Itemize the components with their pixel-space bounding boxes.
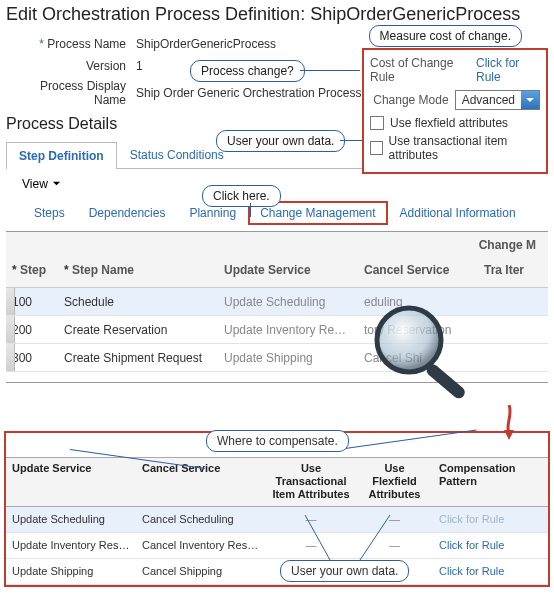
col-step: Step [6, 259, 58, 281]
cell-update: Update Scheduling [218, 295, 358, 309]
tab-step-definition[interactable]: Step Definition [6, 142, 117, 169]
change-settings-panel: Cost of Change Rule Click for Rule Chang… [362, 48, 548, 174]
col-update-service: Update Service [218, 259, 358, 281]
cm-cell-cancel: Cancel Scheduling [136, 513, 266, 525]
cm-cell-cancel: Cancel Inventory Reservation [136, 539, 266, 551]
cell-step: 100 [6, 295, 58, 309]
callout-own-data-2: User your own data. [280, 560, 409, 582]
subtab-additional-info[interactable]: Additional Information [388, 202, 528, 224]
cm-col-update: Update Service [6, 458, 136, 506]
process-name-label: Process Name [6, 37, 136, 51]
flexfield-label: Use flexfield attributes [390, 116, 508, 130]
grid-header: Step Step Name Update Service Cancel Ser… [6, 232, 548, 288]
chevron-down-icon [52, 177, 61, 191]
view-label: View [22, 177, 48, 191]
steps-grid: Change M Step Step Name Update Service C… [6, 231, 548, 383]
cm-comp-link[interactable]: Click for Rule [439, 565, 504, 577]
cell-name: Schedule [58, 295, 218, 309]
cost-change-rule-label: Cost of Change Rule [370, 56, 470, 84]
callout-own-data-1: User your own data. [216, 130, 345, 152]
callout-where: Where to compensate. [206, 430, 349, 452]
cm-cell-update: Update Inventory Reservation [6, 539, 136, 551]
svg-line-3 [360, 515, 390, 560]
cost-change-rule-link[interactable]: Click for Rule [476, 56, 540, 84]
cell-cancel: eduling [358, 295, 478, 309]
flexfield-checkbox[interactable] [370, 116, 384, 130]
callout-process-change: Process change? [190, 60, 305, 82]
cell-name: Create Reservation [58, 323, 218, 337]
cm-col-comp: Compensation Pattern [433, 458, 528, 506]
cm-col-flex: Use Flexfield Attributes [356, 458, 433, 506]
subtab-steps[interactable]: Steps [22, 202, 77, 224]
cm-header: Update Service Cancel Service Use Transa… [6, 458, 548, 507]
change-band-label: Change M [471, 234, 544, 256]
transactional-checkbox[interactable] [370, 141, 383, 155]
cell-update: Update Inventory Reservation [218, 323, 358, 337]
transactional-label: Use transactional item attributes [389, 134, 540, 162]
cm-cell-update: Update Shipping [6, 565, 136, 577]
display-name-label: Process Display Name [6, 79, 136, 107]
change-mode-value: Advanced [456, 91, 521, 109]
arrow-down-icon [499, 405, 519, 443]
cell-cancel: tory Reservation [358, 323, 478, 337]
change-mode-select[interactable]: Advanced [455, 90, 540, 110]
col-cancel-service: Cancel Service [358, 259, 478, 281]
col-step-name: Step Name [58, 259, 218, 281]
callout-click-here: Click here. [202, 185, 281, 207]
version-label: Version [6, 59, 136, 73]
table-row[interactable]: 100 Schedule Update Scheduling eduling [6, 288, 548, 316]
subtabs: Steps Dependencies Planning Change Manag… [22, 201, 548, 225]
cm-cell-update: Update Scheduling [6, 513, 136, 525]
subtab-dependencies[interactable]: Dependencies [77, 202, 178, 224]
svg-line-2 [305, 515, 330, 560]
col-trx: Tra Iter [478, 259, 538, 281]
version-value: 1 [136, 59, 143, 73]
cm-cell-cancel: Cancel Shipping [136, 565, 266, 577]
cm-col-cancel: Cancel Service [136, 458, 266, 506]
table-row[interactable]: 200 Create Reservation Update Inventory … [6, 316, 548, 344]
change-mode-label: Change Mode [373, 93, 448, 107]
cm-col-trx: Use Transactional Item Attributes [266, 458, 356, 506]
cell-name: Create Shipment Request [58, 351, 218, 365]
cell-step: 200 [6, 323, 58, 337]
view-menu[interactable]: View [22, 177, 61, 191]
process-name-value: ShipOrderGenericProcess [136, 37, 276, 51]
chevron-down-icon[interactable] [521, 91, 539, 109]
cm-comp-link[interactable]: Click for Rule [439, 513, 504, 525]
cell-step: 300 [6, 351, 58, 365]
callout-measure: Measure cost of change. [369, 25, 522, 47]
cm-comp-link[interactable]: Click for Rule [439, 539, 504, 551]
table-row[interactable]: 300 Create Shipment Request Update Shipp… [6, 344, 548, 372]
cell-update: Update Shipping [218, 351, 358, 365]
display-name-value: Ship Order Generic Orchestration Process [136, 86, 361, 100]
cell-cancel: Cancel Shi [358, 351, 478, 365]
